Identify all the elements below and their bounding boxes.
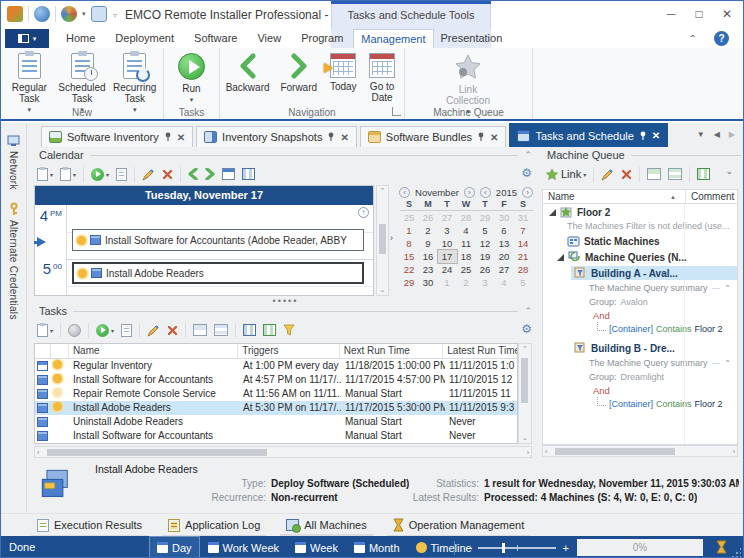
close-tab-icon[interactable]: ✕ <box>340 132 348 143</box>
run-task-button[interactable]: ▾ <box>94 321 116 339</box>
mini-calendar-day[interactable]: 22 <box>400 263 419 276</box>
scroll-down-icon[interactable]: ⌄ <box>377 286 388 294</box>
collapse-panel-icon[interactable]: ⌃ <box>524 150 532 160</box>
column-name[interactable]: Name▲ <box>543 190 685 203</box>
tab-management[interactable]: Management <box>353 29 433 48</box>
mini-calendar-day[interactable]: 19 <box>476 250 495 263</box>
collapse-summary-icon[interactable]: ⌃ <box>724 284 731 293</box>
toolbar-overflow-icon[interactable]: ⌄ <box>725 166 733 176</box>
side-tab-alternate-credentials[interactable]: Alternate Credentials <box>1 202 26 320</box>
task-row[interactable]: Install Adobe ReadersAt 5:30 PM on 11/17… <box>35 401 517 415</box>
mini-calendar-day[interactable]: 3 <box>438 224 457 237</box>
backward-small-button[interactable] <box>186 165 200 183</box>
mini-calendar-day[interactable]: 6 <box>495 224 514 237</box>
doc-tab-inventory-snapshots[interactable]: Inventory Snapshots ✕ <box>196 126 357 147</box>
edit-button[interactable] <box>145 321 162 339</box>
show-results-button[interactable] <box>114 165 129 183</box>
column-chooser-button[interactable] <box>241 321 258 339</box>
screen-icon[interactable] <box>91 6 107 22</box>
scroll-right-icon[interactable]: ▶ <box>729 130 735 139</box>
scrollbar-thumb[interactable] <box>47 449 267 456</box>
mini-calendar-day[interactable]: 16 <box>419 250 438 263</box>
mini-calendar-day[interactable]: 28 <box>457 211 476 224</box>
close-button[interactable]: ✕ <box>715 6 739 24</box>
tree-node-building-b[interactable]: Building B - Dre... <box>543 340 737 356</box>
close-tab-icon[interactable]: ✕ <box>652 130 660 141</box>
close-tab-icon[interactable]: ✕ <box>177 132 185 143</box>
mini-calendar-day[interactable]: 29 <box>400 276 419 289</box>
pin-icon[interactable] <box>477 132 485 142</box>
show-results-button[interactable] <box>119 321 134 339</box>
zoom-out-icon[interactable]: − <box>466 542 472 554</box>
theme-palette-icon[interactable] <box>61 6 77 22</box>
backward-button[interactable]: Backward <box>222 52 273 93</box>
mini-calendar-day[interactable]: 1 <box>438 276 457 289</box>
scroll-up-icon[interactable]: ⌃ <box>519 345 531 353</box>
edit-button[interactable] <box>599 165 616 183</box>
mini-calendar-day[interactable]: 17 <box>438 250 457 263</box>
machine-queue-horizontal-scrollbar[interactable]: ‹ › <box>542 445 738 457</box>
mini-calendar-day[interactable]: 4 <box>495 276 514 289</box>
splitter-handle[interactable]: ••••• <box>31 297 540 305</box>
mini-calendar-day[interactable]: 10 <box>438 237 457 250</box>
mini-calendar-day[interactable]: 12 <box>476 237 495 250</box>
view-month-button[interactable]: Month <box>346 536 408 558</box>
tasks-horizontal-scrollbar[interactable]: ‹ › <box>34 446 532 458</box>
slider-thumb[interactable] <box>502 543 505 553</box>
tree-node-floor[interactable]: Floor 2 <box>543 204 737 220</box>
application-menu-button[interactable]: ▾ <box>5 29 49 48</box>
task-row[interactable]: Install Software for AccountantsManual S… <box>35 429 517 443</box>
mini-calendar-day[interactable]: 3 <box>476 276 495 289</box>
mini-calendar-day[interactable]: 28 <box>514 263 533 276</box>
mini-calendar-day[interactable]: 2 <box>419 224 438 237</box>
forward-small-button[interactable] <box>203 165 217 183</box>
scroll-down-icon[interactable]: ⌄ <box>519 434 531 442</box>
mini-calendar-day[interactable]: 18 <box>457 250 476 263</box>
scroll-right-icon[interactable]: › <box>527 449 529 456</box>
mini-calendar-day[interactable]: 27 <box>438 211 457 224</box>
group-view-button[interactable] <box>191 321 209 339</box>
prev-year-icon[interactable]: ‹ <box>480 187 491 198</box>
column-next-run-time[interactable]: Next Run Time <box>340 344 444 358</box>
scroll-right-icon[interactable]: › <box>733 448 735 455</box>
tab-list-icon[interactable]: ▼ <box>697 130 705 139</box>
tree-node-building-a[interactable]: Building A - Aval... <box>543 265 737 281</box>
connect-icon[interactable] <box>34 6 50 22</box>
new-recurring-task-button[interactable]: ▾ <box>58 165 78 183</box>
mini-calendar-day[interactable]: 23 <box>419 263 438 276</box>
mini-calendar-day[interactable]: 25 <box>457 263 476 276</box>
mini-calendar-day[interactable]: 30 <box>495 211 514 224</box>
scheduled-task-button[interactable]: Scheduled Task▾ <box>56 52 109 115</box>
mini-calendar-day[interactable]: 30 <box>419 276 438 289</box>
mini-calendar-day[interactable]: 31 <box>514 211 533 224</box>
help-icon[interactable]: ? <box>714 31 729 46</box>
run-button[interactable]: Run▾ <box>166 52 217 105</box>
mini-calendar-day[interactable]: 4 <box>457 224 476 237</box>
mini-calendar-day[interactable]: 15 <box>400 250 419 263</box>
column-chooser-button[interactable] <box>695 165 712 183</box>
task-row[interactable]: Uninstall Adobe ReadersManual StartNever <box>35 415 517 429</box>
mini-calendar-day[interactable]: 2 <box>457 276 476 289</box>
delete-button[interactable] <box>165 321 180 339</box>
go-to-date-button[interactable]: Go to Date <box>362 52 402 103</box>
pin-icon[interactable] <box>639 131 647 141</box>
app-logo-icon[interactable] <box>7 6 23 22</box>
delete-button[interactable] <box>619 165 634 183</box>
calendar-event-selected[interactable]: Install Adobe Readers <box>72 262 364 284</box>
resize-grip[interactable] <box>731 547 741 557</box>
earlier-appointment-icon[interactable]: ↑ <box>358 207 369 218</box>
mini-calendar-day[interactable]: 21 <box>514 250 533 263</box>
pin-icon[interactable] <box>327 132 335 142</box>
scroll-left-icon[interactable]: ◀ <box>714 130 720 139</box>
gear-icon[interactable]: ⚙ <box>521 322 532 336</box>
doc-tab-software-bundles[interactable]: Software Bundles ✕ <box>360 126 507 147</box>
view-work-week-button[interactable]: Work Week <box>200 536 287 558</box>
calendar-event[interactable]: Install Software for Accountants (Adobe … <box>72 229 364 251</box>
tab-operation-management[interactable]: Operation Management <box>393 518 525 532</box>
zoom-in-icon[interactable]: + <box>562 542 568 554</box>
mini-calendar-day[interactable]: 9 <box>419 237 438 250</box>
tab-deployment[interactable]: Deployment <box>105 29 184 48</box>
link-button[interactable]: Link▾ <box>543 165 588 183</box>
today-small-button[interactable] <box>220 165 237 183</box>
tasks-vertical-scrollbar[interactable]: ⌃ ⌄ <box>518 343 532 444</box>
